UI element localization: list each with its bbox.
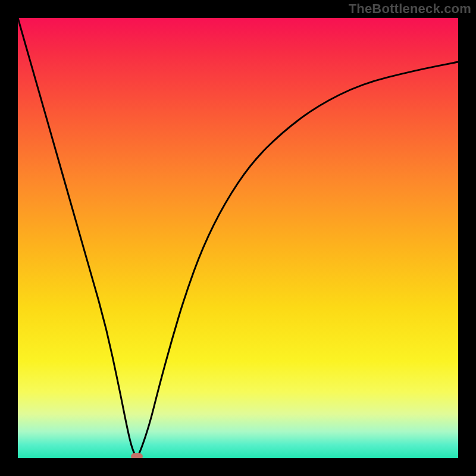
watermark-text: TheBottleneck.com <box>349 1 471 17</box>
minimum-marker <box>131 453 143 458</box>
curve-svg <box>18 18 458 458</box>
plot-area <box>18 18 458 458</box>
chart-frame: TheBottleneck.com <box>0 0 476 476</box>
curve-path <box>18 18 458 456</box>
